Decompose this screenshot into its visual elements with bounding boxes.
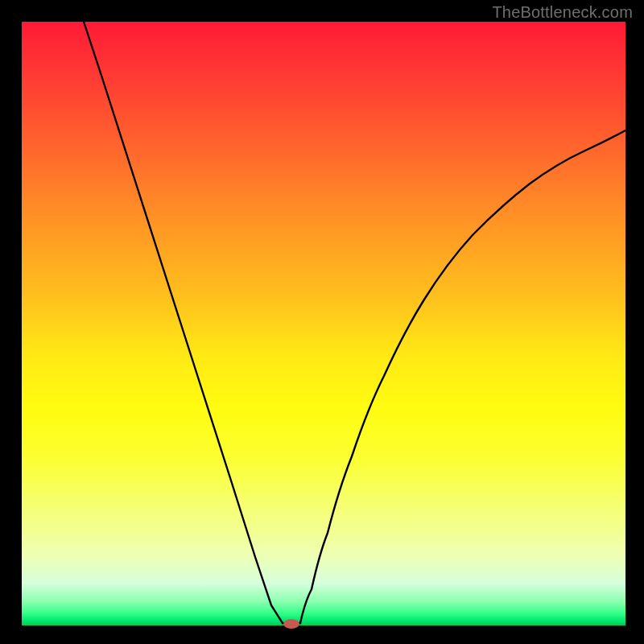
watermark-text: TheBottleneck.com [492, 3, 633, 22]
bottleneck-curve [22, 22, 625, 625]
chart-frame: TheBottleneck.com [0, 0, 644, 644]
minimum-marker [283, 619, 299, 629]
curve-right-branch [300, 130, 625, 623]
plot-area [22, 22, 625, 625]
curve-left-branch [84, 22, 283, 623]
